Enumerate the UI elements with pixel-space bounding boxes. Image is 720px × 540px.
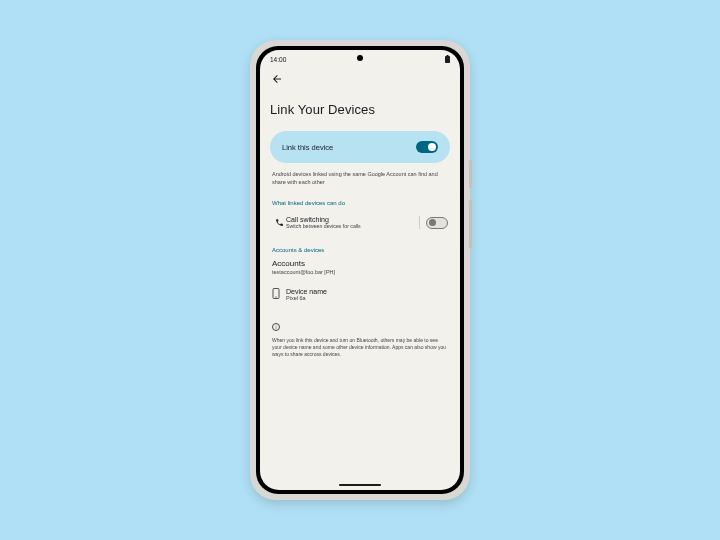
bezel: 14:00 Link Your Devices Link this device (256, 46, 464, 494)
link-device-label: Link this device (282, 143, 333, 152)
volume-button (469, 200, 472, 248)
link-device-toggle-card[interactable]: Link this device (270, 131, 450, 163)
call-switching-body: Call switching Switch between devices fo… (286, 216, 420, 229)
gesture-bar[interactable] (339, 484, 381, 486)
back-button[interactable] (270, 72, 284, 86)
call-switching-title: Call switching (286, 216, 413, 223)
phone-device-icon (272, 285, 286, 303)
screen: 14:00 Link Your Devices Link this device (260, 50, 460, 490)
camera-dot (357, 55, 363, 61)
svg-rect-0 (445, 56, 450, 63)
status-time: 14:00 (270, 56, 286, 63)
link-description: Android devices linked using the same Go… (272, 171, 448, 186)
device-title: Device name (286, 288, 327, 295)
status-icons (445, 55, 450, 64)
arrow-back-icon (271, 73, 283, 85)
svg-rect-1 (447, 55, 449, 57)
phone-icon (272, 218, 286, 227)
power-button (469, 160, 472, 188)
svg-rect-3 (275, 297, 277, 298)
capabilities-header: What linked devices can do (272, 200, 448, 206)
info-section: i When you link this device and turn on … (272, 315, 448, 358)
page-title: Link Your Devices (270, 102, 450, 117)
device-body: Device name Pixel 6a (286, 288, 327, 301)
device-row[interactable]: Device name Pixel 6a (272, 285, 448, 303)
content: Link Your Devices Link this device Andro… (260, 102, 460, 358)
phone-frame: 14:00 Link Your Devices Link this device (250, 40, 470, 500)
call-switching-switch[interactable] (426, 217, 448, 229)
top-bar (260, 68, 460, 86)
device-value: Pixel 6a (286, 295, 327, 301)
call-switching-row[interactable]: Call switching Switch between devices fo… (270, 212, 450, 233)
link-device-switch[interactable] (416, 141, 438, 153)
accounts-title: Accounts (272, 259, 448, 268)
accounts-row[interactable]: Accounts testaccount@foo.bar [PH] (270, 259, 450, 275)
accounts-value: testaccount@foo.bar [PH] (272, 269, 448, 275)
accounts-header: Accounts & devices (272, 247, 448, 253)
info-icon: i (272, 323, 280, 331)
info-text: When you link this device and turn on Bl… (272, 337, 448, 358)
call-switching-subtitle: Switch between devices for calls (286, 223, 413, 229)
battery-icon (445, 55, 450, 64)
